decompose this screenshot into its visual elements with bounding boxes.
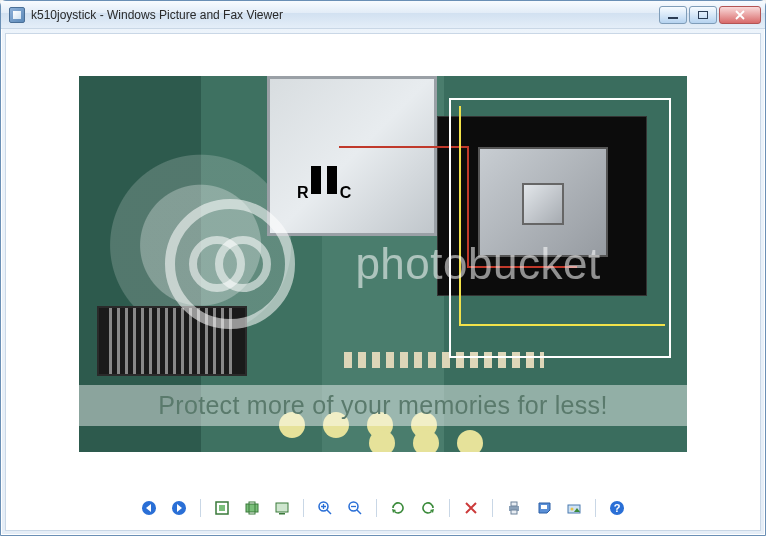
label-r: R — [297, 184, 309, 201]
separator — [492, 499, 493, 517]
print-button[interactable] — [503, 497, 525, 519]
gold-pads-row2 — [369, 430, 483, 452]
delete-button[interactable] — [460, 497, 482, 519]
separator — [595, 499, 596, 517]
svg-rect-12 — [541, 505, 547, 509]
zoom-in-button[interactable] — [314, 497, 336, 519]
titlebar[interactable]: k510joystick - Windows Picture and Fax V… — [1, 1, 765, 29]
separator — [449, 499, 450, 517]
previous-button[interactable] — [138, 497, 160, 519]
metal-shield — [267, 76, 437, 236]
image-viewport[interactable]: R C photobucket Protect more of your mem… — [79, 76, 687, 452]
svg-rect-10 — [511, 502, 517, 506]
separator — [303, 499, 304, 517]
rotate-cw-button[interactable] — [387, 497, 409, 519]
r-label: R C — [297, 184, 351, 202]
watermark-tagline: Protect more of your memories for less! — [79, 385, 687, 426]
separator — [376, 499, 377, 517]
svg-rect-5 — [276, 503, 288, 512]
client-area: R C photobucket Protect more of your mem… — [5, 33, 761, 531]
help-button[interactable]: ? — [606, 497, 628, 519]
ic-chip — [97, 306, 247, 376]
trace-white — [449, 98, 671, 358]
label-c: C — [340, 184, 352, 201]
svg-point-14 — [571, 508, 574, 511]
svg-text:?: ? — [614, 502, 621, 514]
best-fit-button[interactable] — [211, 497, 233, 519]
slideshow-button[interactable] — [271, 497, 293, 519]
app-window: k510joystick - Windows Picture and Fax V… — [0, 0, 766, 536]
close-button[interactable] — [719, 6, 761, 24]
next-button[interactable] — [168, 497, 190, 519]
svg-rect-11 — [511, 510, 517, 514]
window-controls — [657, 6, 761, 24]
toolbar: ? — [6, 494, 760, 530]
rotate-ccw-button[interactable] — [417, 497, 439, 519]
separator — [200, 499, 201, 517]
app-icon — [9, 7, 25, 23]
maximize-button[interactable] — [689, 6, 717, 24]
zoom-out-button[interactable] — [344, 497, 366, 519]
window-title: k510joystick - Windows Picture and Fax V… — [31, 8, 657, 22]
copy-to-button[interactable] — [533, 497, 555, 519]
minimize-button[interactable] — [659, 6, 687, 24]
svg-rect-3 — [246, 504, 258, 512]
edit-button[interactable] — [563, 497, 585, 519]
actual-size-button[interactable] — [241, 497, 263, 519]
svg-rect-6 — [279, 513, 285, 515]
